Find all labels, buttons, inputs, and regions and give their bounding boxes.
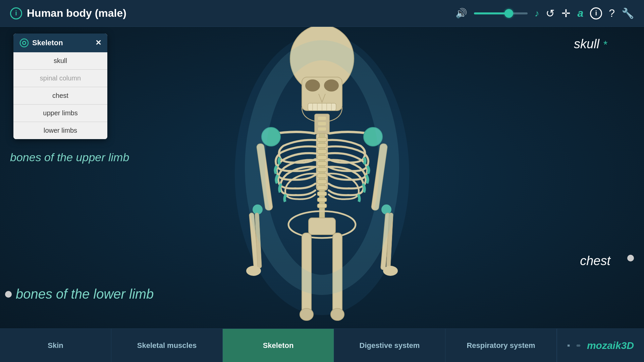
svg-rect-60: [568, 346, 570, 346]
svg-point-45: [300, 308, 313, 320]
panel-title: Skeleton: [32, 39, 63, 47]
svg-point-3: [305, 79, 320, 92]
upper-limb-label: bones of the upper limb: [10, 151, 129, 164]
font-icon[interactable]: a: [577, 7, 583, 19]
info-icon[interactable]: i: [590, 7, 602, 19]
svg-point-4: [324, 79, 339, 92]
svg-rect-59: [568, 345, 570, 346]
settings-icon[interactable]: 🔧: [622, 7, 634, 19]
panel-header: Skeleton ✕: [13, 34, 107, 52]
move-icon[interactable]: ✛: [561, 7, 571, 20]
topbar-left: i Human body (male): [10, 7, 455, 19]
svg-rect-25: [317, 186, 327, 190]
eye-icon: [19, 38, 29, 48]
svg-rect-21: [317, 162, 327, 166]
svg-rect-27: [317, 198, 327, 202]
panel-close-button[interactable]: ✕: [95, 39, 101, 47]
refresh-icon[interactable]: ↺: [546, 7, 555, 20]
svg-rect-24: [317, 180, 327, 184]
vr-icon[interactable]: [577, 341, 580, 351]
music-icon[interactable]: ♪: [534, 8, 539, 19]
app-info-icon[interactable]: i: [10, 7, 22, 19]
svg-rect-17: [317, 137, 327, 141]
svg-point-39: [246, 266, 261, 276]
panel-item-spinal-column[interactable]: spinal column: [13, 70, 107, 87]
svg-point-57: [23, 42, 25, 44]
brand-logo: mozaik3D: [587, 340, 634, 351]
panel-item-lower-limbs[interactable]: lower limbs: [13, 122, 107, 139]
skull-label: skull *: [574, 37, 607, 51]
panel-item-skull[interactable]: skull: [13, 52, 107, 70]
tab-skeleton[interactable]: Skeleton: [223, 329, 334, 362]
svg-rect-20: [317, 156, 327, 160]
svg-rect-13: [318, 122, 326, 125]
main-content: Skeleton ✕ skull spinal column chest upp…: [0, 27, 644, 328]
topbar-right: 🔊 ♪ ↺ ✛ a i ? 🔧: [455, 7, 634, 20]
right-side-dot: [627, 255, 634, 261]
volume-slider[interactable]: [474, 12, 528, 14]
svg-rect-28: [317, 204, 327, 208]
tab-skin[interactable]: Skin: [0, 329, 111, 362]
svg-rect-42: [309, 218, 335, 235]
volume-icon[interactable]: 🔊: [455, 8, 467, 19]
lower-limb-dot: [5, 291, 12, 298]
tab-respiratory-system[interactable]: Respiratory system: [445, 329, 557, 362]
chest-label: chest: [580, 254, 610, 268]
svg-point-40: [383, 266, 398, 276]
tab-digestive-system[interactable]: Digestive system: [334, 329, 445, 362]
svg-rect-14: [318, 127, 326, 131]
panel-item-upper-limbs[interactable]: upper limbs: [13, 105, 107, 122]
skeleton-panel: Skeleton ✕ skull spinal column chest upp…: [13, 34, 107, 139]
volume-slider-container: [474, 12, 528, 14]
skeleton-body: [221, 27, 423, 328]
nav-extras: mozaik3D: [557, 329, 644, 362]
lower-limb-label: bones of the lower limb: [5, 287, 154, 302]
svg-rect-19: [317, 149, 327, 154]
svg-rect-23: [317, 174, 327, 178]
layers-icon[interactable]: [567, 339, 570, 352]
svg-point-63: [579, 345, 580, 346]
svg-point-62: [577, 345, 578, 346]
app-title: Human body (male): [27, 7, 126, 19]
bottombar: Skin Skeletal muscles Skeleton Digestive…: [0, 328, 644, 362]
panel-item-chest[interactable]: chest: [13, 87, 107, 105]
tab-skeletal-muscles[interactable]: Skeletal muscles: [111, 329, 223, 362]
help-icon[interactable]: ?: [609, 7, 615, 19]
volume-knob[interactable]: [504, 9, 513, 18]
svg-rect-18: [317, 143, 327, 147]
svg-rect-58: [568, 345, 570, 345]
svg-rect-26: [317, 192, 327, 196]
topbar: i Human body (male) 🔊 ♪ ↺ ✛ a i ? 🔧: [0, 0, 644, 27]
svg-rect-12: [318, 117, 326, 120]
svg-rect-22: [317, 168, 327, 172]
svg-point-46: [331, 308, 344, 320]
